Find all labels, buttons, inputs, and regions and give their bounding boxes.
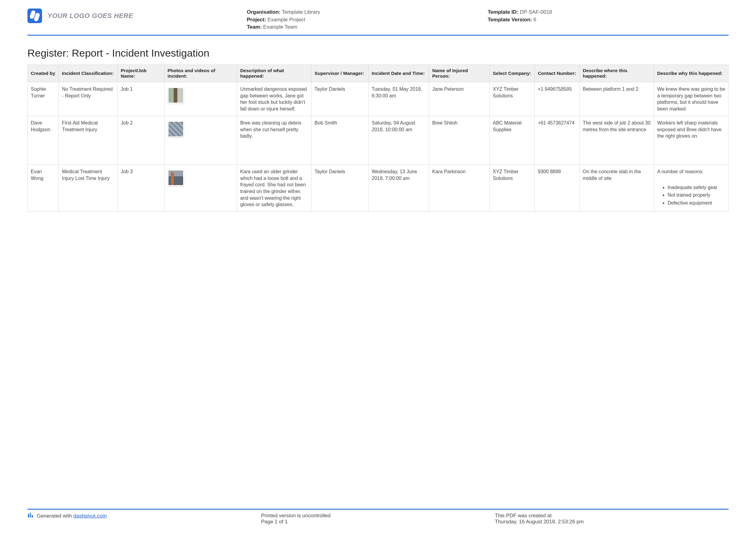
cell: Bree Shiloh (429, 116, 490, 165)
col-header-11: Describe why this happened: (654, 64, 728, 82)
cell: Kara Parkinson (429, 165, 490, 212)
generated-with-prefix: Generated with (37, 513, 73, 519)
footer-center: Printed version is uncontrolled Page 1 o… (261, 513, 495, 525)
cell: The west side of job 2 about 30 metres f… (580, 116, 654, 165)
cell: Bob Smith (311, 116, 368, 165)
why-list-item: Not trained properly (668, 192, 725, 198)
cell: Between platform 1 and 2 (580, 82, 654, 116)
organisation-value: Template Library (282, 9, 320, 15)
footer-left: Generated with dashpivot.com (27, 513, 261, 525)
table-header: Created byIncident Classification:Projec… (28, 64, 729, 82)
cell: We knew there was going to be a temporar… (654, 82, 728, 116)
cell: XYZ Timber Solutions (490, 165, 535, 212)
cell: Unmarked dangerous exposed gap between w… (237, 82, 311, 116)
cell: Jane Peterson (429, 82, 490, 116)
page: YOUR LOGO GOES HERE Organisation: Templa… (0, 0, 756, 534)
template-id-value: DP-SAF-0018 (520, 9, 552, 15)
cell: Wednesday, 13 June 2018, 7:00:00 am (368, 165, 429, 212)
col-header-1: Incident Classification: (59, 64, 118, 82)
cell: XYZ Timber Solutions (490, 82, 535, 116)
template-version-value: 6 (533, 17, 536, 22)
created-at-label: This PDF was created at (495, 513, 729, 519)
cell: Dave Hodgson (28, 116, 59, 165)
table-row: Dave HodgsonFirst Aid Medical Treatment … (28, 116, 729, 165)
incident-photo-thumbnail[interactable] (168, 169, 184, 186)
cell: Kara used an older grinder which had a l… (237, 165, 311, 212)
cell: 9300 8899 (534, 165, 580, 212)
logo-block: YOUR LOGO GOES HERE (27, 9, 247, 23)
cell: Evan Wong (28, 165, 59, 212)
cell: +1 9496758585 (534, 82, 580, 116)
col-header-0: Created by (28, 64, 59, 82)
why-text: We knew there was going to be a temporar… (657, 86, 725, 112)
header-meta-left: Organisation: Template Library Project: … (247, 9, 488, 31)
created-at-value: Thursday, 16 August 2018, 2:53:26 pm (495, 519, 729, 525)
cell: On the concrete slab in the middle of si… (580, 165, 654, 212)
table-row: Evan WongMedical Treatment Injury Lost T… (28, 165, 729, 212)
col-header-7: Name of Injured Person: (429, 64, 490, 82)
col-header-8: Select Company: (490, 64, 535, 82)
bar-chart-icon (27, 513, 33, 518)
col-header-5: Supervisor / Manager: (311, 64, 368, 82)
cell: Taylor Daniels (311, 82, 368, 116)
col-header-4: Description of what happened: (237, 64, 311, 82)
cell: Medical Treatment Injury Lost Time Injur… (59, 165, 118, 212)
table-header-row: Created byIncident Classification:Projec… (28, 64, 729, 82)
page-title: Register: Report - Incident Investigatio… (27, 47, 729, 59)
team-label: Team: (247, 24, 262, 30)
col-header-10: Describe where this happened: (580, 64, 654, 82)
cell (164, 82, 237, 116)
uncontrolled-note: Printed version is uncontrolled (261, 513, 495, 519)
footer-right: This PDF was created at Thursday, 16 Aug… (495, 513, 729, 525)
document-footer: Generated with dashpivot.com Printed ver… (27, 509, 729, 525)
cell: Job 3 (118, 165, 164, 212)
cell: Saturday, 04 August 2018, 10:00:00 am (368, 116, 429, 165)
table-body: Sophie TurnerNo Treatment Required - Rep… (28, 82, 729, 212)
cell: Workers left sharp materials exposed and… (654, 116, 728, 165)
col-header-2: Project/Job Name: (118, 64, 164, 82)
cell: +61 4573627474 (534, 116, 580, 165)
cell: Job 1 (118, 82, 164, 116)
brand-logo-icon (27, 9, 42, 23)
why-list: Inadequate safety gearNot trained proper… (668, 184, 725, 206)
incident-photo-thumbnail[interactable] (168, 121, 184, 137)
dashpivot-link[interactable]: dashpivot.com (73, 513, 107, 519)
cell (164, 165, 237, 212)
cell (164, 116, 237, 165)
template-id-label: Template ID: (488, 9, 519, 15)
col-header-9: Contact Number: (534, 64, 580, 82)
why-text: A number of reasons: (657, 168, 725, 175)
cell: No Treatment Required - Report Only (59, 82, 118, 116)
project-value: Example Project (268, 17, 305, 22)
why-list-item: Defective equipment (668, 200, 725, 206)
cell: A number of reasons:Inadequate safety ge… (654, 165, 728, 212)
template-version-label: Template Version: (488, 17, 532, 22)
logo-placeholder-text: YOUR LOGO GOES HERE (47, 12, 133, 20)
cell: Tuesday, 01 May 2018, 6:30:00 am (368, 82, 429, 116)
why-list-item: Inadequate safety gear (668, 184, 725, 191)
col-header-3: Photos and videos of incident: (164, 64, 237, 82)
page-number: Page 1 of 1 (261, 519, 495, 525)
cell: First Aid Medical Treatment Injury (59, 116, 118, 165)
cell: Taylor Daniels (311, 165, 368, 212)
document-header: YOUR LOGO GOES HERE Organisation: Templa… (27, 9, 729, 36)
cell: Job 2 (118, 116, 164, 165)
incident-photo-thumbnail[interactable] (168, 87, 184, 104)
why-text: Workers left sharp materials exposed and… (657, 120, 725, 140)
table-row: Sophie TurnerNo Treatment Required - Rep… (28, 82, 729, 116)
incident-register-table: Created byIncident Classification:Projec… (27, 64, 729, 212)
organisation-label: Organisation: (247, 9, 281, 15)
col-header-6: Incident Date and Time: (368, 64, 429, 82)
cell: ABC Material Supplies (490, 116, 535, 165)
project-label: Project: (247, 17, 266, 22)
team-value: Example Team (263, 24, 297, 30)
cell: Sophie Turner (28, 82, 59, 116)
cell: Bree was cleaning up debris when she cut… (237, 116, 311, 165)
header-meta-right: Template ID: DP-SAF-0018 Template Versio… (488, 9, 729, 23)
